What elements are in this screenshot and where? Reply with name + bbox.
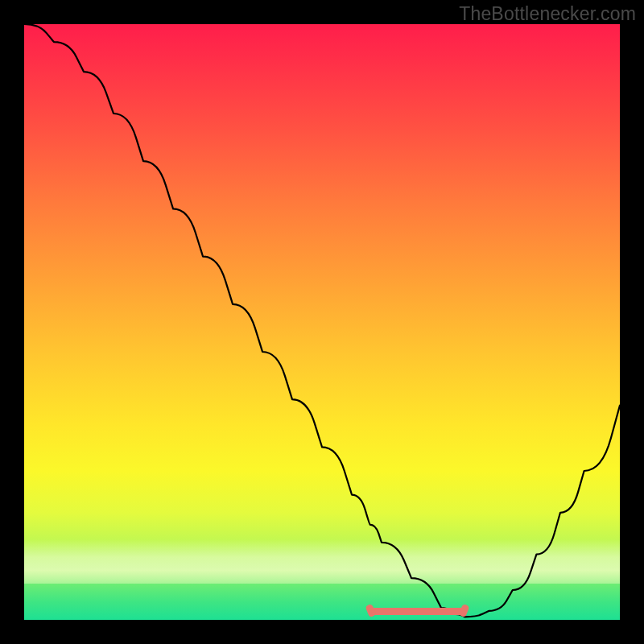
bottleneck-curve [24,24,620,620]
watermark-text: TheBottlenecker.com [459,3,636,25]
plot-area [24,24,620,620]
optimal-range-marker [369,608,464,615]
chart-frame: TheBottlenecker.com [0,0,644,644]
